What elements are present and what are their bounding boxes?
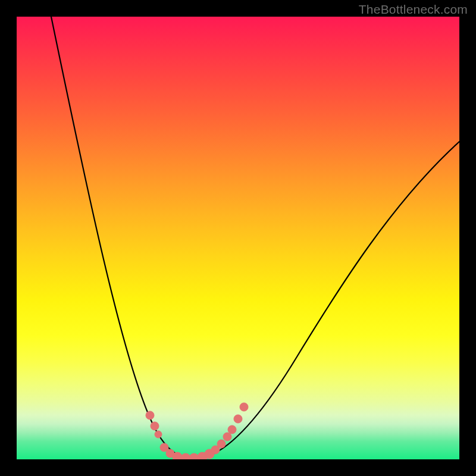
data-marker: [146, 411, 154, 419]
data-marker: [240, 403, 248, 411]
data-marker: [223, 433, 231, 441]
marker-group: [146, 403, 248, 459]
data-marker: [217, 440, 226, 448]
bottleneck-curve-left: [51, 17, 193, 459]
data-marker: [234, 415, 242, 423]
plot-area: [17, 17, 459, 459]
data-marker: [155, 431, 162, 438]
curve-layer: [17, 17, 459, 459]
data-marker: [228, 425, 236, 434]
data-marker: [151, 422, 159, 430]
watermark-text: TheBottleneck.com: [359, 2, 468, 17]
chart-frame: TheBottleneck.com: [0, 0, 476, 476]
bottleneck-curve-right: [193, 142, 459, 459]
